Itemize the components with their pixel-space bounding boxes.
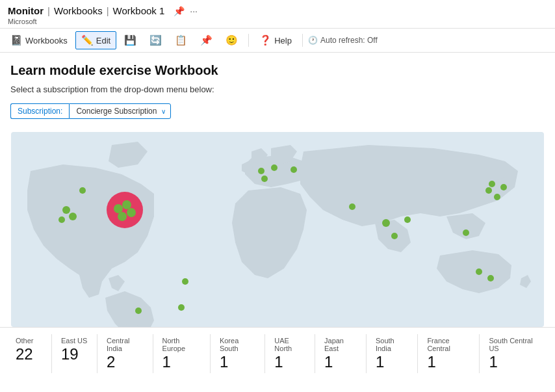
subscription-dropdown-wrap[interactable]: Concierge Subscription [69, 103, 171, 119]
svg-point-17 [391, 233, 398, 239]
toolbar-divider2 [302, 34, 303, 47]
svg-point-9 [58, 216, 65, 223]
stat-label: Japan East [324, 337, 357, 352]
title-workbooks: Workbooks [54, 5, 103, 16]
stat-item: North Europe 1 [153, 334, 211, 373]
svg-point-24 [487, 275, 494, 281]
stat-label: Korea South [220, 337, 255, 352]
auto-refresh[interactable]: 🕐 Auto refresh: Off [308, 36, 378, 45]
svg-point-18 [404, 216, 411, 223]
stat-item: Korea South 1 [211, 334, 265, 373]
subscription-row: Subscription: Concierge Subscription [10, 103, 545, 119]
stat-value: 1 [427, 354, 435, 371]
svg-point-12 [258, 168, 265, 174]
stat-value: 1 [376, 354, 384, 371]
help-button[interactable]: ❓ Help [254, 32, 297, 49]
share-icon: 📌 [200, 34, 213, 46]
refresh-icon: 🔄 [149, 34, 162, 46]
world-map [11, 132, 544, 327]
share-button[interactable]: 📌 [195, 32, 218, 49]
svg-point-10 [79, 187, 86, 194]
refresh-button[interactable]: 🔄 [144, 32, 167, 49]
svg-point-5 [127, 208, 136, 217]
stat-value: 1 [162, 354, 171, 371]
emoji-icon: 🙂 [226, 34, 238, 46]
svg-point-21 [500, 184, 507, 190]
stat-item: Japan East 1 [315, 334, 367, 373]
auto-refresh-label: Auto refresh: Off [320, 36, 378, 45]
workbooks-label: Workbooks [25, 36, 68, 46]
stat-item: Central India 2 [97, 334, 153, 373]
svg-point-13 [271, 164, 278, 171]
stat-label: Central India [107, 337, 144, 352]
svg-point-26 [178, 304, 185, 311]
clone-icon: 📋 [175, 34, 187, 46]
svg-point-3 [114, 204, 123, 213]
stat-value: 2 [107, 354, 115, 371]
stat-value: 19 [61, 346, 79, 363]
stat-label: South India [376, 337, 408, 352]
svg-point-7 [62, 206, 70, 214]
clone-button[interactable]: 📋 [170, 32, 192, 49]
workbooks-button[interactable]: 📓 Workbooks [5, 32, 73, 49]
page-title: Learn module exercise Workbook [10, 63, 545, 78]
stat-label: Other [16, 337, 34, 345]
svg-point-19 [485, 187, 492, 194]
save-button[interactable]: 💾 [119, 32, 142, 49]
stat-label: East US [61, 337, 87, 345]
edit-label: Edit [96, 36, 110, 46]
svg-point-2 [107, 192, 143, 228]
svg-point-8 [69, 213, 77, 220]
stat-item: South India 1 [367, 334, 418, 373]
stat-item: South Central US 1 [480, 334, 549, 373]
svg-point-27 [261, 176, 268, 182]
workbooks-icon: 📓 [10, 34, 23, 46]
title-monitor: Monitor [8, 5, 44, 16]
clock-icon: 🕐 [308, 36, 318, 45]
stat-value: 1 [324, 354, 333, 371]
stat-value: 1 [274, 354, 283, 371]
stat-item: UAE North 1 [265, 334, 315, 373]
toolbar: 📓 Workbooks ✏️ Edit 💾 🔄 📋 📌 🙂 ❓ Help 🕐 A… [0, 28, 555, 53]
help-icon: ❓ [259, 34, 272, 46]
toolbar-divider [248, 34, 249, 47]
svg-point-25 [182, 278, 188, 285]
microsoft-label: Microsoft [0, 18, 555, 28]
help-label: Help [274, 36, 292, 46]
stat-value: 1 [220, 354, 228, 371]
title-workbook1: Workbook 1 [113, 5, 165, 16]
map-svg [11, 132, 544, 327]
edit-icon: ✏️ [81, 34, 94, 46]
title-sep2: | [107, 5, 109, 16]
subscription-dropdown[interactable]: Concierge Subscription [69, 103, 171, 119]
more-icon[interactable]: ··· [190, 6, 198, 16]
svg-point-23 [476, 268, 482, 275]
svg-point-6 [118, 212, 127, 221]
svg-point-4 [122, 200, 131, 209]
stat-label: UAE North [274, 337, 305, 352]
stat-item: Other 22 [6, 334, 52, 373]
stat-item: East US 19 [52, 334, 97, 373]
stat-value: 1 [489, 354, 497, 371]
svg-point-15 [349, 203, 355, 210]
stat-item: France Central 1 [418, 334, 480, 373]
svg-point-22 [463, 229, 469, 236]
svg-point-14 [290, 166, 297, 173]
stat-label: France Central [427, 337, 470, 352]
svg-point-20 [494, 194, 500, 200]
subtitle: Select a subscription from the drop-down… [10, 85, 545, 94]
main-content: Learn module exercise Workbook Select a … [0, 53, 555, 327]
save-icon: 💾 [124, 34, 136, 46]
title-sep1: | [47, 5, 50, 16]
svg-point-11 [135, 307, 142, 314]
svg-point-28 [489, 181, 495, 187]
stat-value: 22 [16, 346, 33, 363]
stat-label: North Europe [162, 337, 201, 352]
svg-point-16 [382, 219, 390, 227]
title-bar: Monitor | Workbooks | Workbook 1 📌 ··· [0, 0, 555, 18]
edit-button[interactable]: ✏️ Edit [75, 31, 116, 49]
stats-bar: Other 22 East US 19 Central India 2 Nort… [0, 327, 555, 373]
emoji-button[interactable]: 🙂 [220, 32, 243, 49]
stat-label: South Central US [489, 337, 539, 352]
pin-icon[interactable]: 📌 [174, 6, 185, 16]
